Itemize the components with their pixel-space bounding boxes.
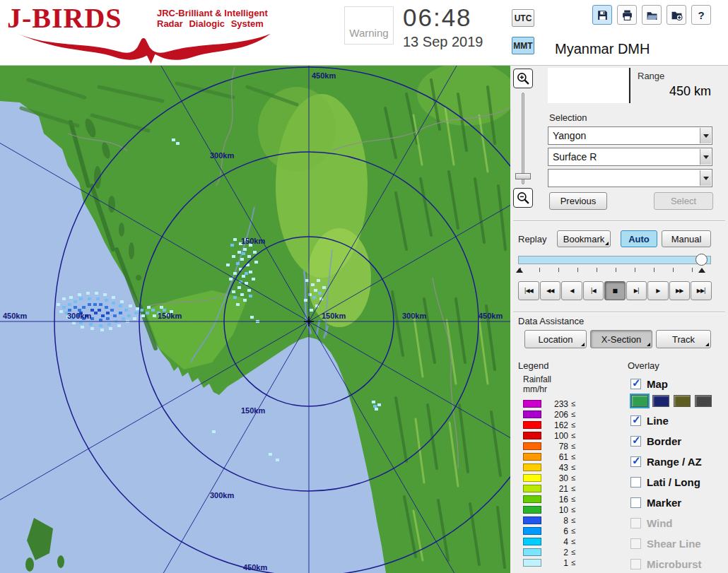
slider-start-marker [516, 268, 523, 273]
overlay-item-microburst: ✓ Microburst [630, 557, 702, 571]
legend-row: 21 ≤ [523, 484, 608, 494]
product-dropdown-value: Surface R [548, 148, 712, 165]
play-reverse-button[interactable]: ◀ [561, 281, 582, 300]
help-button[interactable]: ? [691, 5, 711, 25]
legend-lte: ≤ [571, 463, 575, 471]
map-palette-navy[interactable] [652, 395, 669, 407]
option-dropdown-button[interactable] [700, 170, 711, 186]
option-dropdown[interactable] [548, 169, 712, 187]
save-button[interactable] [592, 5, 612, 25]
overlay-item-range-az[interactable]: ✓ Range / AZ [630, 454, 702, 468]
legend-value: 8 [543, 516, 568, 526]
site-dropdown-button[interactable] [700, 128, 711, 143]
site-dropdown-value: Yangon [548, 127, 712, 144]
replay-label: Replay [518, 234, 546, 244]
radar-map[interactable]: 450km 300km 150km 150km 300km 450km 450k… [0, 66, 510, 573]
legend-row: 162 ≤ [523, 420, 608, 430]
legend-row: 4 ≤ [523, 537, 608, 547]
legend-row: 206 ≤ [523, 410, 608, 420]
legend-value: 78 [543, 442, 568, 451]
map-palette-olive[interactable] [674, 395, 691, 407]
legend-swatch [523, 548, 541, 556]
ring-label-left-150: 150km [158, 312, 182, 320]
overlay-label: Overlay [628, 360, 659, 371]
legend-swatch [523, 442, 541, 450]
check-icon: ✓ [632, 454, 641, 467]
legend-swatch [523, 506, 541, 514]
bookmark-button[interactable]: Bookmark [557, 230, 611, 247]
new-folder-button[interactable] [667, 5, 686, 25]
zoom-out-button[interactable] [513, 188, 533, 208]
overlay-item-label: Marker [647, 497, 681, 509]
product-dropdown-button[interactable] [700, 149, 711, 165]
overlay-item-map[interactable]: ✓ Map [630, 377, 668, 391]
ring-label-left-300: 300km [67, 312, 91, 320]
track-button[interactable]: Track [656, 330, 711, 348]
previous-button[interactable]: Previous [549, 192, 607, 210]
check-icon: ✓ [632, 434, 641, 447]
marker-checkbox[interactable]: ✓ [630, 497, 641, 508]
print-button[interactable] [617, 5, 637, 25]
skip-to-start-button[interactable]: |◀◀ [518, 281, 539, 300]
manual-button[interactable]: Manual [662, 230, 711, 247]
stop-button[interactable]: ■ [604, 281, 626, 300]
legend-lte: ≤ [571, 484, 575, 492]
overlay-item-marker[interactable]: ✓ Marker [630, 495, 681, 509]
overlay-item-label: Lati / Long [647, 476, 700, 488]
skip-to-end-button[interactable]: ▶▶| [691, 281, 712, 300]
utc-button[interactable]: UTC [512, 9, 534, 27]
auto-button[interactable]: Auto [621, 230, 657, 247]
site-dropdown[interactable]: Yangon [548, 126, 712, 145]
legend-lte: ≤ [571, 516, 575, 524]
fast-rewind-button[interactable]: ◀◀ [540, 281, 561, 300]
map-palette-green[interactable] [631, 395, 648, 407]
legend-value: 2 [543, 548, 568, 557]
legend-swatch [523, 453, 541, 461]
overlay-item-line[interactable]: ✓ Line [630, 413, 669, 427]
zoom-in-button[interactable] [513, 69, 533, 88]
legend-swatch [523, 559, 541, 567]
zoom-in-icon [517, 72, 530, 85]
select-button[interactable]: Select [654, 192, 713, 210]
legend-swatch [523, 410, 541, 418]
legend-row: 16 ≤ [523, 495, 608, 504]
legend-swatch [523, 421, 541, 429]
legend-lte: ≤ [571, 495, 575, 503]
x-section-button[interactable]: X-Section [590, 330, 652, 348]
control-panel: Range 450 km Selection Yangon Surface R … [510, 66, 728, 573]
radar-map-canvas: 450km 300km 150km 150km 300km 450km 450k… [0, 66, 510, 573]
step-forward-button[interactable]: ▶| [626, 281, 647, 300]
play-button[interactable]: ▶ [647, 281, 669, 300]
overlay-item-border[interactable]: ✓ Border [630, 434, 681, 448]
lati-long-checkbox[interactable]: ✓ [630, 477, 641, 488]
overlay-item-lati-long[interactable]: ✓ Lati / Long [630, 475, 700, 489]
legend-row: 233 ≤ [523, 399, 608, 409]
location-button[interactable]: Location [524, 330, 587, 348]
replay-slider-track[interactable] [518, 256, 711, 264]
line-checkbox[interactable]: ✓ [630, 415, 641, 426]
print-icon [621, 9, 633, 21]
replay-slider-handle[interactable] [695, 254, 708, 266]
map-checkbox[interactable]: ✓ [630, 379, 641, 389]
legend-lte: ≤ [571, 431, 575, 439]
zoom-slider-track[interactable] [522, 93, 524, 184]
fast-forward-button[interactable]: ▶▶ [669, 281, 691, 300]
legend-value: 61 [543, 452, 568, 462]
open-folder-icon [646, 9, 658, 21]
legend-row: 78 ≤ [523, 442, 608, 451]
ring-label-bottom-150: 150km [241, 406, 265, 415]
legend-lte: ≤ [571, 442, 575, 450]
border-checkbox[interactable]: ✓ [630, 436, 641, 447]
site-field [548, 68, 628, 103]
zoom-slider-handle[interactable] [515, 173, 531, 179]
legend-row: 100 ≤ [523, 431, 608, 441]
step-back-button[interactable]: |◀ [583, 281, 604, 300]
range-az-checkbox[interactable]: ✓ [630, 456, 641, 467]
legend-row: 6 ≤ [523, 526, 608, 536]
mmt-button[interactable]: MMT [512, 37, 534, 54]
map-palette-gray[interactable] [695, 395, 712, 407]
product-dropdown[interactable]: Surface R [548, 148, 712, 166]
open-folder-button[interactable] [642, 5, 662, 25]
legend-lte: ≤ [571, 558, 575, 567]
help-icon: ? [698, 9, 704, 21]
